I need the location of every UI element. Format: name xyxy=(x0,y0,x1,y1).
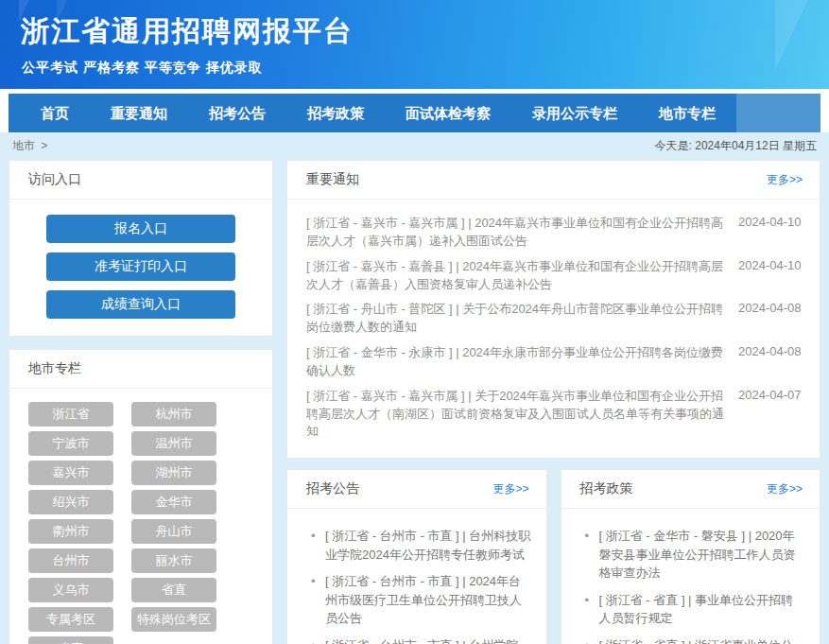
city-button-ningbo[interactable]: 宁波市 xyxy=(28,431,113,456)
city-button-zhoushan[interactable]: 舟山市 xyxy=(131,519,216,544)
nav-item-interview-exam-inspection[interactable]: 面试体检考察 xyxy=(385,94,511,132)
policy-item[interactable]: [ 浙江省 - 省直 ] | 事业单位公开招聘人员暂行规定 xyxy=(599,591,805,628)
city-button-jinhua[interactable]: 金华市 xyxy=(131,490,216,514)
city-panel-title: 地市专栏 xyxy=(28,360,81,377)
bottom-row: 招考公告 更多>> [ 浙江省 - 台州市 - 市直 ] | 台州科技职业学院2… xyxy=(286,469,820,644)
notice-item-date: 2024-04-07 xyxy=(727,388,806,402)
registration-entrance-button[interactable]: 报名入口 xyxy=(46,215,235,243)
notices-panel-title: 重要通知 xyxy=(306,171,359,188)
panel-header: 招考公告 更多>> xyxy=(287,470,546,509)
announcement-item[interactable]: [ 浙江省 - 台州市 - 市直 ] | 2024年台州市级医疗卫生单位公开招聘… xyxy=(325,572,531,628)
panel-access-entrance: 访问入口 报名入口 准考证打印入口 成绩查询入口 xyxy=(9,160,273,337)
city-button-exclusive-exam-area[interactable]: 专属考区 xyxy=(28,607,113,632)
city-button-provincial-direct[interactable]: 省直 xyxy=(131,578,216,602)
content-columns: 访问入口 报名入口 准考证打印入口 成绩查询入口 地市专栏 浙江省 杭州市 宁波… xyxy=(9,160,820,644)
breadcrumb-link-city[interactable]: 地市 xyxy=(12,139,35,152)
notice-item[interactable]: [ 浙江省 - 舟山市 - 普陀区 ] | 关于公布2024年舟山市普陀区事业单… xyxy=(306,301,806,337)
panel-header: 招考政策 更多>> xyxy=(561,470,820,509)
breadcrumb-separator: > xyxy=(41,139,47,152)
nav-item-home[interactable]: 首页 xyxy=(20,94,90,132)
announcement-item[interactable]: [ 浙江省 - 台州市 - 市直 ] | 台州科技职业学院2024年公开招聘专任… xyxy=(325,527,531,564)
notice-item-title[interactable]: [ 浙江省 - 嘉兴市 - 嘉兴市属 ] | 关于2024年嘉兴市事业单位和国有… xyxy=(306,388,727,442)
city-button-yiwu[interactable]: 义乌市 xyxy=(28,578,113,602)
notice-item-title[interactable]: [ 浙江省 - 金华市 - 永康市 ] | 2024年永康市部分事业单位公开招聘… xyxy=(306,344,727,380)
notice-item-date: 2024-04-08 xyxy=(727,344,806,358)
site-header: 浙江省通用招聘网报平台 公平考试 严格考察 平等竞争 择优录取 xyxy=(0,0,829,89)
nav-wrap: 首页 重要通知 招考公告 招考政策 面试体检考察 录用公示专栏 地市专栏 xyxy=(0,89,829,132)
site-slogan: 公平考试 严格考察 平等竞争 择优录取 xyxy=(0,51,829,77)
city-button-quzhou[interactable]: 衢州市 xyxy=(28,519,113,544)
notice-item[interactable]: [ 浙江省 - 嘉兴市 - 嘉善县 ] | 2024年嘉兴市事业单位和国有企业公… xyxy=(306,258,806,294)
notice-item-title[interactable]: [ 浙江省 - 舟山市 - 普陀区 ] | 关于公布2024年舟山市普陀区事业单… xyxy=(306,301,727,337)
panel-recruitment-policies: 招考政策 更多>> [ 浙江省 - 金华市 - 磐安县 ] | 2020年磐安县… xyxy=(561,469,821,644)
score-query-button[interactable]: 成绩查询入口 xyxy=(46,290,235,319)
city-button-lishui[interactable]: 丽水市 xyxy=(131,548,216,573)
panel-recruitment-announcements: 招考公告 更多>> [ 浙江省 - 台州市 - 市直 ] | 台州科技职业学院2… xyxy=(286,469,547,644)
announcements-panel-title: 招考公告 xyxy=(306,480,359,497)
city-button-zhejiang[interactable]: 浙江省 xyxy=(28,402,113,426)
city-button-shaoxing[interactable]: 绍兴市 xyxy=(28,490,113,514)
city-button-jiaxing[interactable]: 嘉兴市 xyxy=(28,461,113,485)
city-button-huzhou[interactable]: 湖州市 xyxy=(131,461,216,485)
notice-item-date: 2024-04-08 xyxy=(727,301,806,315)
sidebar: 访问入口 报名入口 准考证打印入口 成绩查询入口 地市专栏 浙江省 杭州市 宁波… xyxy=(9,160,273,644)
announcement-list: [ 浙江省 - 台州市 - 市直 ] | 台州科技职业学院2024年公开招聘专任… xyxy=(287,509,546,644)
city-grid: 浙江省 杭州市 宁波市 温州市 嘉兴市 湖州市 绍兴市 金华市 衢州市 舟山市 … xyxy=(9,389,272,644)
notice-item-title[interactable]: [ 浙江省 - 嘉兴市 - 嘉兴市属 ] | 2024年嘉兴市事业单位和国有企业… xyxy=(306,215,727,251)
nav-item-recruitment-announcements[interactable]: 招考公告 xyxy=(188,94,286,132)
city-button-special-post-exam-area[interactable]: 特殊岗位考区 xyxy=(131,607,216,632)
panel-header: 地市专栏 xyxy=(9,350,272,389)
announcements-more-link[interactable]: 更多>> xyxy=(492,481,528,497)
panel-header: 重要通知 更多>> xyxy=(287,161,820,200)
announcement-item[interactable]: [ 浙江省 - 台州市 - 市直 ] | 台州学院2024年非专任教师招聘考试 xyxy=(325,636,531,644)
nav-item-city-column[interactable]: 地市专栏 xyxy=(638,94,736,132)
page: { "header": { "title": "浙江省通用招聘网报平台", "s… xyxy=(0,0,829,644)
nav-item-recruitment-policies[interactable]: 招考政策 xyxy=(286,94,385,132)
notice-list: [ 浙江省 - 嘉兴市 - 嘉兴市属 ] | 2024年嘉兴市事业单位和国有企业… xyxy=(287,200,820,458)
policies-more-link[interactable]: 更多>> xyxy=(767,481,803,497)
access-panel-title: 访问入口 xyxy=(28,171,81,188)
policies-panel-title: 招考政策 xyxy=(580,480,633,497)
notice-item[interactable]: [ 浙江省 - 金华市 - 永康市 ] | 2024年永康市部分事业单位公开招聘… xyxy=(306,344,806,380)
site-title: 浙江省通用招聘网报平台 xyxy=(0,0,829,51)
access-body: 报名入口 准考证打印入口 成绩查询入口 xyxy=(9,200,272,336)
notice-item[interactable]: [ 浙江省 - 嘉兴市 - 嘉兴市属 ] | 2024年嘉兴市事业单位和国有企业… xyxy=(306,215,806,251)
panel-header: 访问入口 xyxy=(9,161,272,200)
city-button-provincial-direct-2[interactable]: 省直 xyxy=(28,636,113,644)
city-button-hangzhou[interactable]: 杭州市 xyxy=(131,402,216,426)
toolbar-row: 地市 > 今天是: 2024年04月12日 星期五 xyxy=(9,132,820,160)
page-body: 地市 > 今天是: 2024年04月12日 星期五 访问入口 报名入口 准考证打… xyxy=(0,132,829,644)
nav-item-hiring-publicity[interactable]: 录用公示专栏 xyxy=(511,94,638,132)
notices-more-link[interactable]: 更多>> xyxy=(767,172,803,188)
admission-ticket-print-button[interactable]: 准考证打印入口 xyxy=(46,252,235,281)
nav-filler xyxy=(736,94,820,132)
policy-item[interactable]: [ 浙江省 - 省直 ] | 浙江省事业单位公开招聘人员暂行办法 xyxy=(599,636,805,644)
notice-item-date: 2024-04-10 xyxy=(727,258,806,272)
panel-important-notices: 重要通知 更多>> [ 浙江省 - 嘉兴市 - 嘉兴市属 ] | 2024年嘉兴… xyxy=(286,160,820,459)
city-button-taizhou[interactable]: 台州市 xyxy=(28,548,113,573)
breadcrumb: 地市 > xyxy=(12,138,47,154)
notice-item-title[interactable]: [ 浙江省 - 嘉兴市 - 嘉善县 ] | 2024年嘉兴市事业单位和国有企业公… xyxy=(306,258,727,294)
main-column: 重要通知 更多>> [ 浙江省 - 嘉兴市 - 嘉兴市属 ] | 2024年嘉兴… xyxy=(286,160,820,644)
nav-item-important-notices[interactable]: 重要通知 xyxy=(90,94,188,132)
today-date-label: 今天是: 2024年04月12日 星期五 xyxy=(655,138,817,154)
notice-item[interactable]: [ 浙江省 - 嘉兴市 - 嘉兴市属 ] | 关于2024年嘉兴市事业单位和国有… xyxy=(306,388,806,442)
city-button-wenzhou[interactable]: 温州市 xyxy=(131,431,216,456)
policy-item[interactable]: [ 浙江省 - 金华市 - 磐安县 ] | 2020年磐安县事业单位公开招聘工作… xyxy=(599,527,805,583)
panel-city-column: 地市专栏 浙江省 杭州市 宁波市 温州市 嘉兴市 湖州市 绍兴市 金华市 衢州市… xyxy=(9,349,273,644)
policy-list: [ 浙江省 - 金华市 - 磐安县 ] | 2020年磐安县事业单位公开招聘工作… xyxy=(561,509,820,644)
notice-item-date: 2024-04-10 xyxy=(727,215,806,229)
main-nav: 首页 重要通知 招考公告 招考政策 面试体检考察 录用公示专栏 地市专栏 xyxy=(9,94,820,132)
